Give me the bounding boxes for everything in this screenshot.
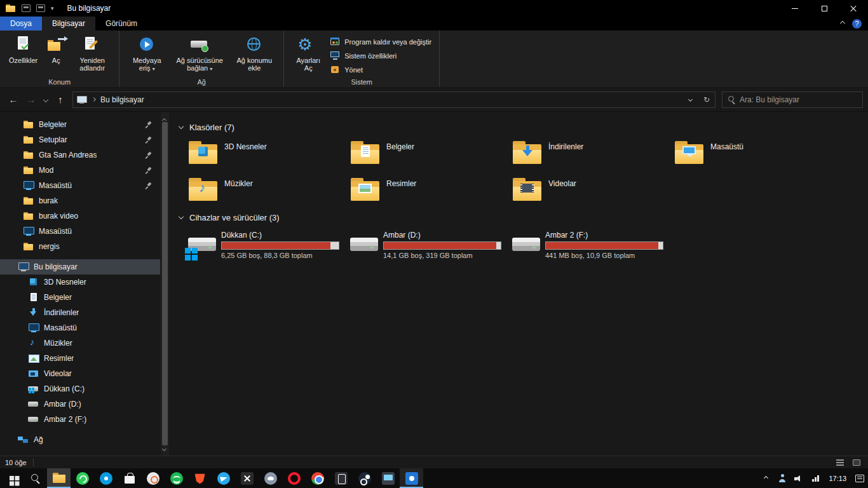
- taskbar-app-steam[interactable]: [353, 468, 376, 488]
- forward-button[interactable]: →: [23, 92, 39, 108]
- help-icon[interactable]: ?: [852, 19, 862, 29]
- drive-tile-d[interactable]: Ambar (D:) 14,1 GB boş, 319 GB toplam: [350, 229, 506, 261]
- sidebar-item-masaustu-pinned[interactable]: Masaüstü: [0, 178, 160, 193]
- taskbar-app-media[interactable]: [376, 468, 400, 488]
- taskbar-app-origin[interactable]: [141, 468, 165, 488]
- folders-section-header[interactable]: Klasörler (7): [179, 119, 868, 135]
- properties-button[interactable]: Özellikler: [6, 32, 41, 66]
- collapse-section-icon[interactable]: [179, 123, 184, 128]
- system-properties-button[interactable]: Sistem özellikleri: [327, 50, 434, 62]
- sidebar-item-mod[interactable]: Mod: [0, 163, 160, 178]
- sidebar-item-documents[interactable]: Belgeler: [0, 290, 160, 305]
- pin-icon: [146, 152, 153, 159]
- quick-access-toolbar-button-1[interactable]: [22, 4, 31, 12]
- sidebar-scrollbar[interactable]: [161, 112, 169, 456]
- sidebar-item-gta-san-andreas[interactable]: Gta San Andreas: [0, 147, 160, 163]
- taskbar-clock[interactable]: 17:13: [824, 475, 851, 482]
- address-bar[interactable]: Bu bilgisayar ↻: [72, 92, 715, 108]
- collapse-ribbon-icon[interactable]: [840, 21, 845, 26]
- taskbar-app-telegram[interactable]: [212, 468, 235, 488]
- scrollbar-thumb[interactable]: [162, 122, 168, 445]
- sidebar-item-drive-c[interactable]: Dükkan (C:): [0, 381, 160, 396]
- tab-computer[interactable]: Bilgisayar: [42, 17, 95, 30]
- sidebar-item-pictures[interactable]: Resimler: [0, 351, 160, 366]
- network-signal-icon[interactable]: [807, 468, 824, 488]
- folder-tile-desktop[interactable]: Masaüstü: [674, 139, 827, 166]
- taskbar-app-spotify[interactable]: [165, 468, 188, 488]
- rename-button[interactable]: Yeniden adlandır: [71, 32, 113, 74]
- folder-tile-downloads[interactable]: İndirilenler: [512, 139, 665, 166]
- tab-file[interactable]: Dosya: [0, 17, 42, 30]
- folder-tile-documents[interactable]: Belgeler: [350, 139, 503, 166]
- search-box[interactable]: [722, 92, 863, 108]
- folder-tile-music[interactable]: ♪ Müzikler: [188, 175, 341, 203]
- sidebar-item-burak-video[interactable]: burak video: [0, 208, 160, 224]
- manage-button[interactable]: Yönet: [327, 64, 434, 76]
- taskbar-app-brave[interactable]: [188, 468, 212, 488]
- taskbar-app-microsoft-store[interactable]: [118, 468, 141, 488]
- pin-icon: [146, 121, 153, 128]
- sidebar-item-burak[interactable]: burak: [0, 193, 160, 208]
- taskbar-app-photos[interactable]: [400, 468, 423, 488]
- refresh-button[interactable]: ↻: [698, 92, 715, 107]
- folder-tile-3d-objects[interactable]: 3D Nesneler: [188, 139, 341, 166]
- sidebar-item-nergis[interactable]: nergis: [0, 239, 160, 254]
- sidebar-item-masaustu-2[interactable]: Masaüstü: [0, 224, 160, 239]
- drive-tile-f[interactable]: Ambar 2 (F:) 441 MB boş, 10,9 GB toplam: [512, 229, 668, 261]
- map-network-drive-button[interactable]: Ağ sürücüsüne bağlan ▾: [170, 32, 229, 75]
- sidebar-item-belgeler-pinned[interactable]: Belgeler: [0, 117, 160, 132]
- sidebar-item-music[interactable]: ♪Müzikler: [0, 336, 160, 351]
- dropdown-caret-icon: ▾: [210, 66, 212, 72]
- recent-locations-caret-icon[interactable]: [41, 92, 51, 108]
- sidebar-item-3d-objects[interactable]: 3D Nesneler: [0, 274, 160, 290]
- sidebar-item-this-pc[interactable]: Bu bilgisayar: [0, 259, 160, 274]
- open-button[interactable]: Aç: [42, 32, 70, 66]
- folder-tile-pictures[interactable]: Resimler: [350, 175, 503, 203]
- quick-access-toolbar-caret-icon[interactable]: ▾: [51, 6, 54, 11]
- details-view-button[interactable]: [834, 458, 846, 468]
- drive-tile-c[interactable]: Dükkan (C:) 6,25 GB boş, 88,3 GB toplam: [188, 229, 344, 261]
- taskbar-app-x[interactable]: [235, 468, 259, 488]
- open-settings-button[interactable]: ⚙ Ayarları Aç: [290, 32, 327, 74]
- action-center-icon[interactable]: [851, 468, 868, 488]
- sidebar-item-desktop[interactable]: Masaüstü: [0, 320, 160, 336]
- pin-icon: [146, 137, 153, 144]
- taskbar-app-file-explorer[interactable]: [47, 468, 71, 488]
- start-button[interactable]: [0, 468, 24, 488]
- scroll-down-icon[interactable]: [163, 444, 166, 452]
- hidden-icons-button[interactable]: [757, 468, 774, 488]
- minimize-button[interactable]: [780, 0, 810, 17]
- photos-icon: [405, 472, 418, 485]
- taskbar-app-discord[interactable]: [259, 468, 282, 488]
- breadcrumb[interactable]: Bu bilgisayar: [100, 95, 144, 104]
- collapse-section-icon[interactable]: [179, 214, 184, 219]
- back-button[interactable]: ←: [5, 92, 22, 108]
- address-dropdown-icon[interactable]: [682, 92, 698, 107]
- add-network-location-button[interactable]: Ağ konumu ekle: [231, 32, 278, 74]
- sidebar-item-videos[interactable]: Videolar: [0, 366, 160, 381]
- taskbar-app-whatsapp[interactable]: [71, 468, 94, 488]
- uninstall-program-button[interactable]: Program kaldır veya değiştir: [327, 36, 434, 48]
- taskbar-search-button[interactable]: [24, 468, 47, 488]
- volume-icon[interactable]: [790, 468, 807, 488]
- sidebar-item-network[interactable]: Ağ: [0, 432, 160, 447]
- close-button[interactable]: [839, 0, 868, 17]
- sidebar-item-drive-f[interactable]: Ambar 2 (F:): [0, 412, 160, 427]
- taskbar-app-opera[interactable]: [282, 468, 306, 488]
- maximize-button[interactable]: [810, 0, 839, 17]
- sidebar-item-drive-d[interactable]: Ambar (D:): [0, 396, 160, 412]
- up-button[interactable]: ↑: [52, 92, 69, 108]
- large-icons-view-button[interactable]: [850, 458, 863, 468]
- sidebar-item-setuplar[interactable]: Setuplar: [0, 132, 160, 147]
- taskbar-app-epic-games[interactable]: [329, 468, 353, 488]
- quick-access-toolbar-button-2[interactable]: [36, 4, 45, 12]
- access-media-button[interactable]: Medyaya eriş ▾: [125, 32, 168, 75]
- folder-tile-videos[interactable]: Videolar: [512, 175, 665, 203]
- tray-user-icon[interactable]: [774, 468, 790, 488]
- taskbar-app-chrome[interactable]: [306, 468, 329, 488]
- sidebar-item-downloads[interactable]: İndirilenler: [0, 305, 160, 320]
- tab-view[interactable]: Görünüm: [95, 17, 147, 30]
- drives-section-header[interactable]: Cihazlar ve sürücüler (3): [179, 210, 868, 225]
- taskbar-app-skype[interactable]: [94, 468, 118, 488]
- search-input[interactable]: [740, 95, 857, 104]
